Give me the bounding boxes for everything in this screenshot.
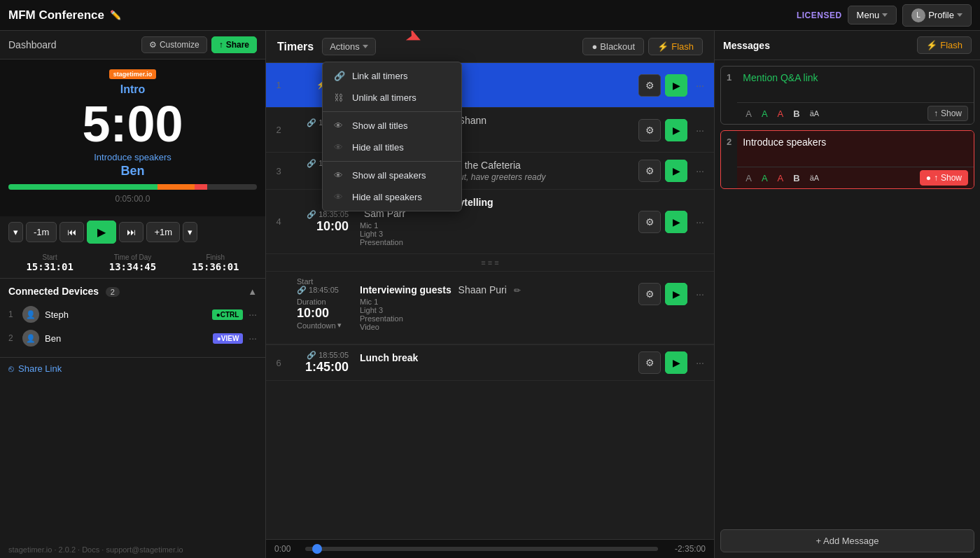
share-button[interactable]: ↑ Share (211, 36, 257, 53)
plus-dropdown-button[interactable]: ▾ (183, 222, 197, 242)
countdown-chevron[interactable]: ▾ (337, 321, 342, 330)
actions-label: Actions (330, 41, 360, 52)
timer-title: Intro (8, 83, 257, 96)
dropdown-show-speakers[interactable]: 👁 Show all speakers (323, 165, 461, 186)
customize-button[interactable]: ⚙ Customize (141, 36, 207, 53)
gear-button-3[interactable]: ⚙ (638, 160, 661, 182)
timer-actions-1: ⚙ ▶ ··· (633, 63, 714, 107)
play-button-2[interactable]: ▶ (665, 119, 687, 141)
skip-forward-button[interactable]: ⏭ (119, 222, 144, 242)
start-value: 15:31:01 (26, 261, 73, 272)
bottom-time-left: 0:00 (274, 544, 300, 554)
timer-start-label-5: Start (297, 277, 349, 286)
device-more-1[interactable]: ··· (248, 309, 257, 320)
timer-title-5: Interviewing guests Shaan Puri ✏ (360, 284, 627, 295)
timer-duration-4: 10:00 (316, 219, 349, 234)
message-num-1: 1 (721, 67, 737, 88)
more-button-4[interactable]: ··· (692, 211, 708, 233)
timer-display: stagetimer.io Intro 5:00 Introduce speak… (0, 60, 265, 216)
message-toolbar-2: A A A B äA ● ↑ Show (737, 167, 974, 188)
more-button-6[interactable]: ··· (692, 351, 708, 374)
bottom-time-right: -2:35:00 (664, 544, 706, 554)
gear-button-4[interactable]: ⚙ (638, 211, 661, 233)
timer-meta-5: Mic 1Light 3PresentationVideo (360, 298, 627, 331)
eye-off-icon-1: 👁 (334, 142, 345, 153)
dropdown-link-all[interactable]: 🔗 Link all timers (323, 65, 461, 87)
dropdown-show-speakers-label: Show all speakers (352, 170, 426, 181)
gear-button-5[interactable]: ⚙ (638, 283, 661, 305)
message-input-2[interactable]: Introduce speakers (743, 137, 968, 159)
font-size-icon-1[interactable]: A (743, 107, 755, 120)
dropdown-hide-speakers[interactable]: 👁 Hide all speakers (323, 186, 461, 208)
dropdown-arrow-button[interactable]: ▾ (8, 222, 23, 242)
font-ab-icon-2[interactable]: äA (807, 172, 822, 183)
play-button-5[interactable]: ▶ (665, 283, 687, 305)
gear-button-1[interactable]: ⚙ (638, 74, 661, 97)
add-message-label: + Add Message (816, 536, 879, 546)
top-nav-left: MFM Conference ✏️ (8, 8, 121, 22)
more-button-2[interactable]: ··· (692, 119, 708, 141)
finish-time: Finish 15:36:01 (192, 253, 239, 272)
timers-right-buttons: ● Blackout ⚡ Flash (582, 38, 703, 55)
message-body-2: Introduce speakers A A A B äA ● ↑ Show (737, 131, 974, 188)
share-link[interactable]: ⎋ Share Link (0, 358, 265, 379)
message-body-1: Mention Q&A link A A A B äA ↑ Show (737, 67, 974, 124)
unlink-icon: ⛓ (334, 92, 345, 103)
dropdown-link-all-label: Link all timers (352, 71, 407, 81)
font-size-icon-2[interactable]: A (743, 172, 755, 185)
play-button[interactable]: ▶ (87, 221, 116, 244)
font-bold-icon-1[interactable]: B (790, 107, 802, 120)
dropdown-unlink-all[interactable]: ⛓ Unlink all timers (323, 87, 461, 109)
add-message-button[interactable]: + Add Message (720, 529, 974, 552)
timer-actions-4: ⚙ ▶ ··· (633, 190, 714, 253)
progress-thumb[interactable] (312, 544, 322, 554)
more-button-5[interactable]: ··· (692, 283, 708, 305)
timer-num-6: 6 (266, 345, 291, 380)
gear-button-2[interactable]: ⚙ (638, 119, 661, 141)
edit-icon[interactable]: ✏️ (110, 10, 121, 20)
play-button-1[interactable]: ▶ (665, 74, 687, 97)
flash-button-right[interactable]: ⚡ Flash (917, 36, 972, 54)
top-nav: MFM Conference ✏️ LICENSED Menu L Profil… (0, 0, 980, 31)
font-bold-icon-2[interactable]: B (790, 172, 802, 185)
more-button-3[interactable]: ··· (692, 160, 708, 182)
progress-track[interactable] (305, 547, 658, 551)
menu-button[interactable]: Menu (848, 6, 897, 25)
message-input-1[interactable]: Mention Q&A link (743, 72, 968, 95)
flash-button-top[interactable]: ⚡ Flash (648, 38, 703, 55)
show-button-2[interactable]: ● ↑ Show (920, 170, 968, 186)
blackout-button[interactable]: ● Blackout (582, 38, 644, 55)
blackout-label: Blackout (600, 41, 635, 52)
font-color-red-icon-1[interactable]: A (775, 107, 787, 120)
skip-back-button[interactable]: ⏮ (59, 222, 84, 242)
dropdown-hide-titles[interactable]: 👁 Hide all titles (323, 137, 461, 158)
message-card-1: 1 Mention Q&A link A A A B äA ↑ (720, 66, 974, 125)
plus-one-min-button[interactable]: +1m (146, 222, 180, 242)
font-ab-icon-1[interactable]: äA (807, 108, 822, 119)
font-color-green-icon-2[interactable]: A (759, 172, 771, 185)
actions-button[interactable]: Actions (322, 38, 376, 55)
font-color-green-icon-1[interactable]: A (759, 107, 771, 120)
share-icon: ↑ (219, 40, 223, 50)
flash-icon-top: ⚡ (657, 41, 668, 52)
play-button-4[interactable]: ▶ (665, 211, 687, 233)
font-color-red-icon-2[interactable]: A (775, 172, 787, 185)
profile-button[interactable]: L Profile (902, 4, 972, 27)
dropdown-show-titles[interactable]: 👁 Show all titles (323, 115, 461, 137)
show-button-1[interactable]: ↑ Show (927, 106, 968, 121)
collapse-icon[interactable]: ▲ (248, 286, 257, 297)
minus-one-min-button[interactable]: -1m (26, 222, 57, 242)
arrow-indicator: ➤ (402, 31, 426, 50)
timer-bar-green (8, 184, 158, 190)
timer-controls: ▾ -1m ⏮ ▶ ⏭ +1m ▾ (0, 216, 265, 248)
device-more-2[interactable]: ··· (248, 333, 257, 344)
flash-icon-right: ⚡ (926, 40, 937, 50)
play-button-6[interactable]: ▶ (665, 351, 687, 374)
tod-label: Time of Day (109, 253, 156, 261)
more-button-1[interactable]: ··· (692, 74, 708, 97)
timer-start-5: 🔗 18:45:05 (297, 286, 349, 295)
play-button-3[interactable]: ▶ (665, 160, 687, 182)
gear-button-6[interactable]: ⚙ (638, 351, 661, 374)
timer-bar-red (195, 184, 207, 190)
right-header: Messages ⚡ Flash (715, 31, 980, 60)
